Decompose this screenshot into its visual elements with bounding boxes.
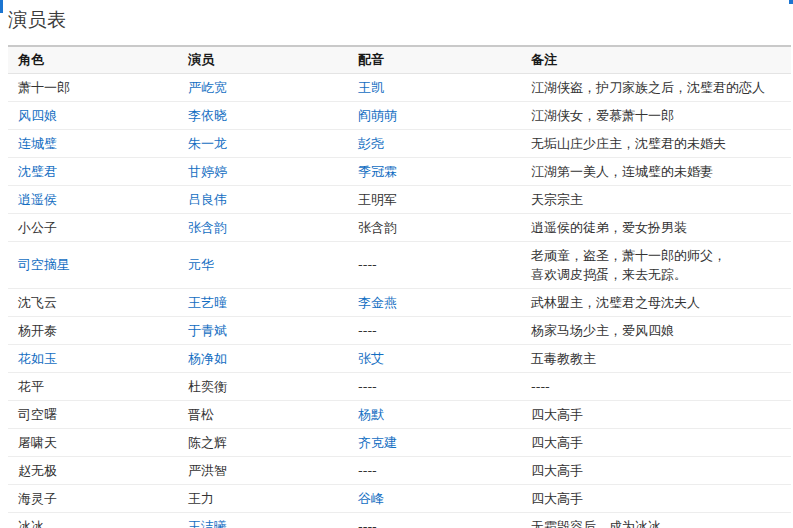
voice-cell: 谷峰 xyxy=(348,485,521,513)
actor-cell: 朱一龙 xyxy=(178,130,348,158)
table-row: 风四娘李依晓阎萌萌江湖侠女，爱慕萧十一郎 xyxy=(8,102,791,130)
role-link[interactable]: 连城璧 xyxy=(18,136,57,151)
table-row: 司空曙晋松杨默四大高手 xyxy=(8,401,791,429)
blue-cursor-artifact-top-right xyxy=(789,0,793,4)
note-cell: 杨家马场少主，爱风四娘 xyxy=(521,317,791,345)
note-text: 四大高手 xyxy=(531,405,781,424)
actor-link[interactable]: 吕良伟 xyxy=(188,192,227,207)
note-text: 天宗宗主 xyxy=(531,190,781,209)
voice-link[interactable]: 杨默 xyxy=(358,407,384,422)
voice-link[interactable]: 王凯 xyxy=(358,80,384,95)
actor-link[interactable]: 甘婷婷 xyxy=(188,164,227,179)
actor-cell: 王艺曈 xyxy=(178,289,348,317)
voice-cell: 杨默 xyxy=(348,401,521,429)
actor-cell: 于青斌 xyxy=(178,317,348,345)
note-cell: 天宗宗主 xyxy=(521,186,791,214)
table-header-row: 角色 演员 配音 备注 xyxy=(8,46,791,74)
voice-link[interactable]: 彭尧 xyxy=(358,136,384,151)
actor-link[interactable]: 于青斌 xyxy=(188,323,227,338)
note-cell: 五毒教教主 xyxy=(521,345,791,373)
voice-cell: 彭尧 xyxy=(348,130,521,158)
note-text: 无霜毁容后，成为冰冰 xyxy=(531,517,781,528)
note-text: 无垢山庄少庄主，沈璧君的未婚夫 xyxy=(531,134,781,153)
role-cell: 风四娘 xyxy=(8,102,178,130)
actor-cell: 杜奕衡 xyxy=(178,373,348,401)
table-row: 沈璧君甘婷婷季冠霖江湖第一美人，连城璧的未婚妻 xyxy=(8,158,791,186)
role-cell: 花平 xyxy=(8,373,178,401)
note-cell: 逍遥侯的徒弟，爱女扮男装 xyxy=(521,214,791,242)
role-cell: 沈璧君 xyxy=(8,158,178,186)
role-text: 萧十一郎 xyxy=(18,80,70,95)
role-link[interactable]: 沈璧君 xyxy=(18,164,57,179)
note-cell: 武林盟主，沈璧君之母沈夫人 xyxy=(521,289,791,317)
note-cell: 江湖第一美人，连城璧的未婚妻 xyxy=(521,158,791,186)
table-row: 花如玉杨净如张艾五毒教教主 xyxy=(8,345,791,373)
role-link[interactable]: 花如玉 xyxy=(18,351,57,366)
actor-link[interactable]: 李依晓 xyxy=(188,108,227,123)
role-cell: 连城璧 xyxy=(8,130,178,158)
role-link[interactable]: 逍遥侯 xyxy=(18,192,57,207)
voice-text: 王明军 xyxy=(358,192,397,207)
actor-link[interactable]: 王艺曈 xyxy=(188,295,227,310)
blue-cursor-artifact-top-left xyxy=(0,0,3,13)
note-cell: 四大高手 xyxy=(521,429,791,457)
voice-cell: 王明军 xyxy=(348,186,521,214)
role-text: 司空曙 xyxy=(18,407,57,422)
table-row: 萧十一郎严屹宽王凯江湖侠盗，护刀家族之后，沈璧君的恋人 xyxy=(8,74,791,102)
column-header-note: 备注 xyxy=(521,46,791,74)
voice-cell: 张艾 xyxy=(348,345,521,373)
role-text: 花平 xyxy=(18,379,44,394)
role-text: 赵无极 xyxy=(18,463,57,478)
role-cell: 冰冰 xyxy=(8,513,178,528)
note-cell: 无垢山庄少庄主，沈璧君的未婚夫 xyxy=(521,130,791,158)
voice-cell: 季冠霖 xyxy=(348,158,521,186)
table-row: 司空摘星元华----老顽童，盗圣，萧十一郎的师父，喜欢调皮捣蛋，来去无踪。 xyxy=(8,242,791,289)
page-title: 演员表 xyxy=(0,0,793,45)
voice-link[interactable]: 谷峰 xyxy=(358,491,384,506)
role-text: 杨开泰 xyxy=(18,323,57,338)
role-cell: 赵无极 xyxy=(8,457,178,485)
actor-link[interactable]: 张含韵 xyxy=(188,220,227,235)
voice-text: ---- xyxy=(358,379,377,394)
voice-link[interactable]: 阎萌萌 xyxy=(358,108,397,123)
actor-text: 王力 xyxy=(188,491,214,506)
actor-text: 严洪智 xyxy=(188,463,227,478)
note-text: 四大高手 xyxy=(531,489,781,508)
cast-table: 角色 演员 配音 备注 萧十一郎严屹宽王凯江湖侠盗，护刀家族之后，沈璧君的恋人风… xyxy=(8,45,791,528)
role-cell: 杨开泰 xyxy=(8,317,178,345)
role-text: 小公子 xyxy=(18,220,57,235)
voice-cell: 齐克建 xyxy=(348,429,521,457)
actor-link[interactable]: 元华 xyxy=(188,257,214,272)
note-cell: ---- xyxy=(521,373,791,401)
role-link[interactable]: 风四娘 xyxy=(18,108,57,123)
voice-link[interactable]: 季冠霖 xyxy=(358,164,397,179)
actor-link[interactable]: 严屹宽 xyxy=(188,80,227,95)
table-row: 海灵子王力谷峰四大高手 xyxy=(8,485,791,513)
voice-cell: ---- xyxy=(348,242,521,289)
table-row: 小公子张含韵张含韵逍遥侯的徒弟，爱女扮男装 xyxy=(8,214,791,242)
voice-text: ---- xyxy=(358,463,377,478)
actor-link[interactable]: 王洁曦 xyxy=(188,519,227,528)
voice-text: ---- xyxy=(358,323,377,338)
note-cell: 江湖侠女，爱慕萧十一郎 xyxy=(521,102,791,130)
page: 演员表 角色 演员 配音 备注 萧十一郎严屹宽王凯江湖侠盗，护刀家族之后，沈璧君… xyxy=(0,0,793,528)
actor-link[interactable]: 朱一龙 xyxy=(188,136,227,151)
role-cell: 逍遥侯 xyxy=(8,186,178,214)
actor-cell: 王洁曦 xyxy=(178,513,348,528)
role-text: 沈飞云 xyxy=(18,295,57,310)
voice-link[interactable]: 李金燕 xyxy=(358,295,397,310)
voice-link[interactable]: 张艾 xyxy=(358,351,384,366)
actor-link[interactable]: 杨净如 xyxy=(188,351,227,366)
table-row: 赵无极严洪智----四大高手 xyxy=(8,457,791,485)
voice-cell: 李金燕 xyxy=(348,289,521,317)
table-row: 花平杜奕衡-------- xyxy=(8,373,791,401)
note-text: 五毒教教主 xyxy=(531,349,781,368)
actor-text: 晋松 xyxy=(188,407,214,422)
role-link[interactable]: 司空摘星 xyxy=(18,257,70,272)
role-cell: 司空摘星 xyxy=(8,242,178,289)
note-cell: 江湖侠盗，护刀家族之后，沈璧君的恋人 xyxy=(521,74,791,102)
voice-link[interactable]: 齐克建 xyxy=(358,435,397,450)
column-header-voice: 配音 xyxy=(348,46,521,74)
note-cell: 四大高手 xyxy=(521,457,791,485)
note-cell: 四大高手 xyxy=(521,401,791,429)
